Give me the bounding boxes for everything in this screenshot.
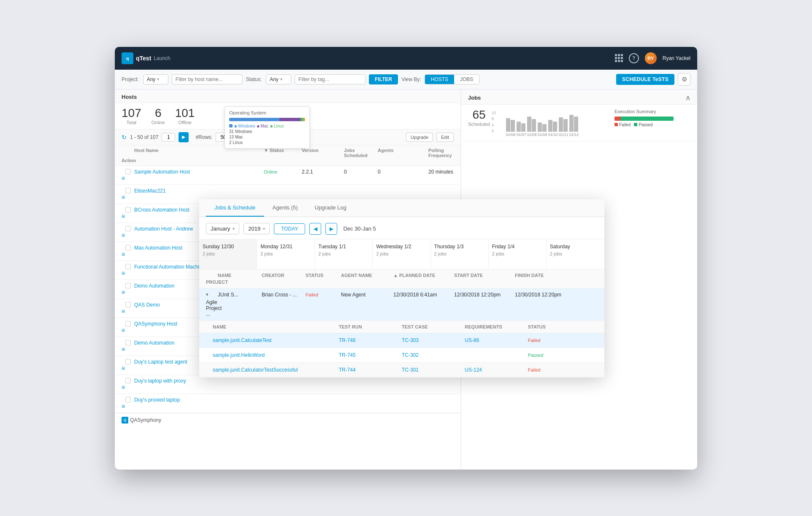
tab-upgrade-log[interactable]: Upgrade Log [306,199,355,217]
req-link[interactable]: US-86 [465,337,479,343]
upgrade-button[interactable]: Upgrade [406,133,433,142]
next-page-button[interactable]: ▶ [179,132,189,142]
host-name-link[interactable]: Sample Automation Host [134,169,190,175]
row-checkbox[interactable] [125,226,131,231]
job-agent: New Agent [341,292,392,298]
host-name-link[interactable]: Functional Automation Machi... [134,264,203,270]
req-link[interactable]: US-124 [465,367,482,373]
host-name-link[interactable]: Demo Automation [134,340,174,346]
edit-button[interactable]: Edit [436,133,454,142]
test-run-link[interactable]: TR-745 [339,352,356,358]
host-action-icon[interactable]: ≡ [122,308,134,315]
host-name-link[interactable]: QASymphony Host [134,321,177,327]
avatar-initials: RY [647,56,654,61]
row-expand-icon[interactable]: ▾ [206,292,216,297]
table-row: Sample Automation Host Online 2.2.1 0 0 … [115,166,460,185]
test-case-link[interactable]: TC-302 [402,352,419,358]
host-name-link[interactable]: QAS Demo [134,302,160,308]
row-checkbox[interactable] [125,359,131,364]
year-select[interactable]: 2019 ▾ [244,223,270,234]
host-filter-input[interactable] [172,74,243,84]
cal-day-saturday: Saturday 2 jobs [547,239,604,269]
test-name-link[interactable]: sample.junit.HelloWord [213,352,265,358]
settings-icon[interactable]: ⚙ [678,73,690,86]
host-action-icon[interactable]: ≡ [122,175,134,182]
host-name-link[interactable]: Max Automation Host [134,245,182,251]
bar [559,117,563,132]
host-name-link[interactable]: Automation Host - Andrew [134,226,193,232]
exec-bar-failed [614,117,620,121]
windows-dot [229,124,233,128]
total-stat: 107 Total [122,107,141,125]
host-action-icon[interactable]: ≡ [122,365,134,372]
refresh-icon[interactable]: ↻ [122,134,127,141]
host-action-icon[interactable]: ≡ [122,346,134,353]
today-button[interactable]: TODAY [274,223,305,234]
header-polling: Polling Frequency [428,148,454,158]
tab-agents[interactable]: Agents (5) [264,199,306,217]
schedule-tests-button[interactable]: SCHEDULE TeSTS [616,74,674,85]
host-action-icon[interactable]: ≡ [122,327,134,334]
host-action-icon[interactable]: ≡ [122,194,134,201]
test-run-link[interactable]: TR-744 [339,367,356,373]
y-axis: 12840 [492,111,496,133]
test-run-link[interactable]: TR-746 [339,337,356,343]
os-windows-count: 31 Windows [229,129,305,134]
tag-filter-input[interactable] [295,74,365,84]
grid-icon[interactable] [615,54,623,62]
row-checkbox[interactable] [125,245,131,250]
mac-icon: ■ Mac [257,124,268,128]
test-case-link[interactable]: TC-303 [402,337,419,343]
chart-label: 01/08 [527,133,536,137]
tab-jobs-schedule[interactable]: Jobs & Schedule [206,199,264,217]
host-action-icon[interactable]: ≡ [122,213,134,220]
test-name-link[interactable]: sample.junit.CalculateTest [213,337,271,343]
row-checkbox[interactable] [125,264,131,269]
host-action-icon[interactable]: ≡ [122,270,134,277]
jobs-panel-header: Jobs ∧ [461,90,697,105]
status-select[interactable]: Any ▾ [266,74,291,84]
header-col-creator: CREATOR [262,273,304,278]
page-number-input[interactable] [162,133,175,141]
host-name-link[interactable]: BCross Automation Host [134,207,189,213]
row-checkbox[interactable] [125,340,131,345]
row-checkbox[interactable] [125,188,131,193]
row-checkbox[interactable] [125,169,131,174]
host-action-icon[interactable]: ≡ [122,289,134,296]
cal-day-header: Tuesday 1/1 [318,244,369,250]
row-checkbox[interactable] [125,302,131,307]
host-action-icon[interactable]: ≡ [122,384,134,391]
row-checkbox[interactable] [125,283,131,288]
host-name-link[interactable]: ElisesMac221 [134,188,166,194]
filter-button[interactable]: FILTER [369,74,398,84]
schedule-header: January ▾ 2019 ▾ TODAY ◀ ▶ Dec 30-Jan 5 [199,217,604,239]
row-checkbox[interactable] [125,397,131,402]
hosts-tab[interactable]: HOSTS [425,75,454,84]
project-select[interactable]: Any ▾ [143,74,168,84]
sub-header-testrun: TEST RUN [339,324,402,329]
month-select[interactable]: January ▾ [206,223,239,234]
host-polling: 20 minutes [428,169,454,175]
test-name-link[interactable]: sample.junit.CalculatorTestSuccessful [213,367,298,373]
host-name-link[interactable]: Duy's laptop with proxy [134,378,186,384]
host-name-link[interactable]: Demo Automation [134,283,174,289]
qa-text: QASymphony [130,417,161,423]
host-name-link[interactable]: Duy's proxied laptop [134,397,180,403]
host-action-icon[interactable]: ≡ [122,232,134,239]
collapse-icon[interactable]: ∧ [685,94,690,102]
host-action-icon[interactable]: ≡ [122,403,134,410]
row-checkbox[interactable] [125,207,131,212]
row-checkbox[interactable] [125,378,131,383]
jobs-tab[interactable]: JOBS [454,75,479,84]
header-col-name: NAME [218,273,260,278]
chart-label: 01/09 [538,133,547,137]
host-name-link[interactable]: Duy's Laptop test agent [134,359,187,365]
next-week-button[interactable]: ▶ [325,223,337,235]
help-icon[interactable]: ? [629,53,639,63]
prev-week-button[interactable]: ◀ [309,223,321,235]
test-case-link[interactable]: TC-301 [402,367,419,373]
jobs-table-header: NAME CREATOR STATUS AGENT NAME ▲ PLANNED… [199,269,604,288]
jobs-scheduled-number: 65 [468,109,490,121]
host-action-icon[interactable]: ≡ [122,251,134,258]
row-checkbox[interactable] [125,321,131,326]
